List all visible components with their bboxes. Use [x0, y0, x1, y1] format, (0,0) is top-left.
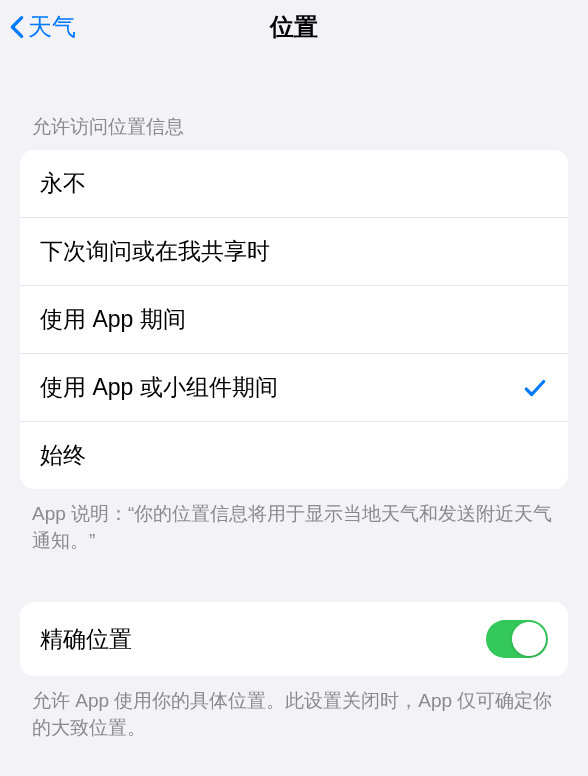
option-label: 下次询问或在我共享时: [40, 236, 270, 267]
precise-location-row[interactable]: 精确位置: [20, 602, 568, 676]
location-access-options: 永不 下次询问或在我共享时 使用 App 期间 使用 App 或小组件期间 始终: [20, 150, 568, 489]
section-spacer: [0, 554, 588, 602]
navbar: 天气 位置: [0, 0, 588, 54]
checkmark-icon: [522, 375, 548, 401]
option-while-using-app-or-widgets[interactable]: 使用 App 或小组件期间: [20, 353, 568, 421]
option-label: 使用 App 或小组件期间: [40, 372, 278, 403]
precise-location-toggle[interactable]: [486, 620, 548, 658]
precise-location-label: 精确位置: [40, 624, 132, 655]
chevron-left-icon: [8, 13, 26, 41]
back-label: 天气: [28, 11, 76, 43]
section-footer-app-description: App 说明：“你的位置信息将用于显示当地天气和发送附近天气通知。”: [0, 489, 588, 554]
option-while-using-app[interactable]: 使用 App 期间: [20, 285, 568, 353]
switch-knob: [512, 622, 546, 656]
page-title: 位置: [270, 11, 318, 43]
option-label: 永不: [40, 168, 86, 199]
precise-location-group: 精确位置: [20, 602, 568, 676]
option-label: 始终: [40, 440, 86, 471]
option-always[interactable]: 始终: [20, 421, 568, 489]
option-label: 使用 App 期间: [40, 304, 186, 335]
section-footer-precise-location: 允许 App 使用你的具体位置。此设置关闭时，App 仅可确定你的大致位置。: [0, 676, 588, 741]
option-ask-next-time[interactable]: 下次询问或在我共享时: [20, 217, 568, 285]
option-never[interactable]: 永不: [20, 150, 568, 217]
section-header-location-access: 允许访问位置信息: [0, 54, 588, 150]
back-button[interactable]: 天气: [8, 11, 76, 43]
